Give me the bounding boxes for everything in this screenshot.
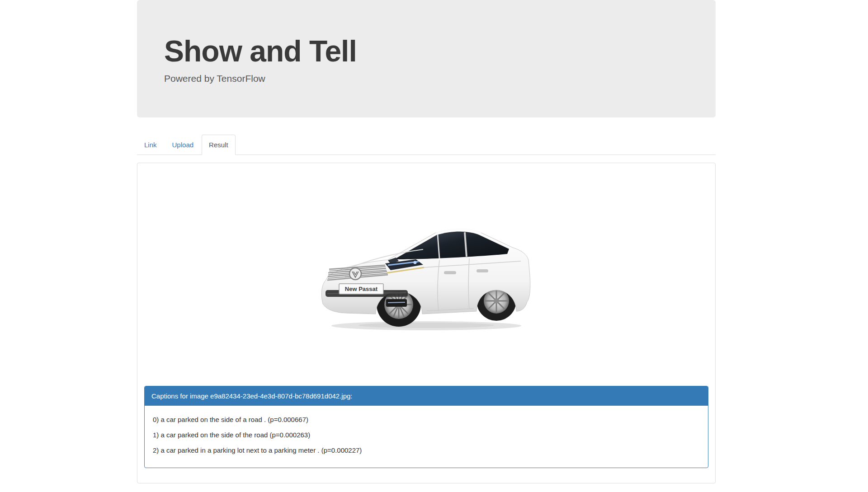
- captions-panel: Captions for image e9a82434-23ed-4e3d-80…: [144, 386, 708, 468]
- tab-result[interactable]: Result: [202, 135, 236, 155]
- result-image-area: New Passat: [144, 170, 708, 386]
- car-badge-label: New Passat: [345, 286, 378, 292]
- main-container: Show and Tell Powered by TensorFlow Link…: [137, 0, 716, 483]
- tab-bar: Link Upload Result: [137, 135, 716, 155]
- caption-item: 1) a car parked on the side of the road …: [153, 430, 701, 440]
- car-door-handle-front: [444, 271, 456, 274]
- page-title: Show and Tell: [164, 36, 689, 66]
- page-subtitle: Powered by TensorFlow: [164, 72, 689, 85]
- car-door-handle-rear: [476, 269, 488, 272]
- caption-item: 2) a car parked in a parking lot next to…: [153, 445, 701, 455]
- captions-panel-heading: Captions for image e9a82434-23ed-4e3d-80…: [145, 386, 708, 406]
- jumbotron-header: Show and Tell Powered by TensorFlow: [137, 0, 716, 117]
- car-shadow: [331, 321, 521, 330]
- captions-list: 0) a car parked on the side of a road . …: [145, 406, 708, 468]
- tab-upload[interactable]: Upload: [165, 135, 201, 155]
- car-badge: New Passat: [339, 284, 383, 294]
- car-image: New Passat: [319, 221, 533, 334]
- result-panel: New Passat Captions for image e9a82434-2…: [137, 163, 716, 483]
- tab-link[interactable]: Link: [137, 135, 164, 155]
- car-windows: [394, 231, 509, 259]
- caption-item: 0) a car parked on the side of a road . …: [153, 415, 701, 424]
